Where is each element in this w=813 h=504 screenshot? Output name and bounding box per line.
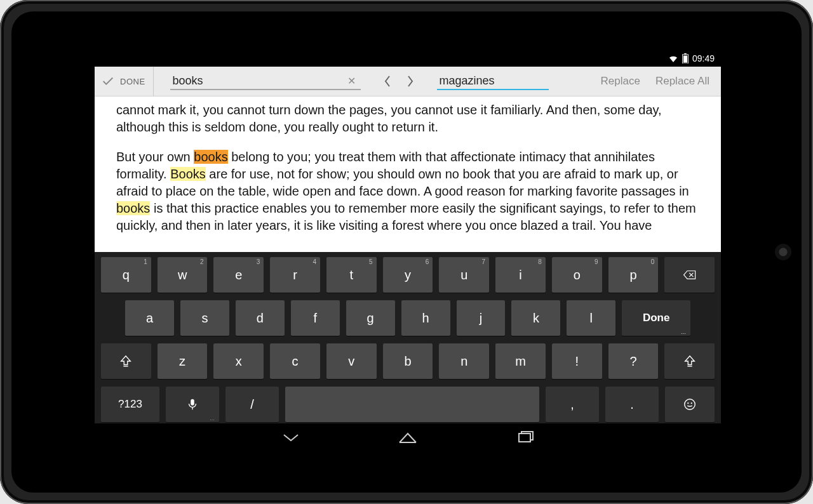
camera-dot — [775, 244, 791, 260]
home-icon — [397, 430, 419, 445]
search-match: Books — [170, 167, 206, 181]
shift-key-right[interactable] — [664, 343, 715, 379]
status-time: 09:49 — [692, 53, 715, 63]
key-v[interactable]: v — [326, 343, 377, 379]
recent-apps-icon — [514, 430, 535, 445]
key-j[interactable]: j — [457, 300, 506, 336]
search-match: books — [116, 201, 150, 215]
key-a[interactable]: a — [125, 300, 174, 336]
key-p[interactable]: 0p — [608, 257, 659, 293]
svg-rect-1 — [684, 53, 687, 55]
key-d[interactable]: d — [236, 300, 285, 336]
clear-icon[interactable]: ✕ — [345, 75, 358, 87]
home-button[interactable] — [397, 430, 419, 448]
shift-icon — [683, 354, 697, 368]
svg-rect-5 — [191, 399, 194, 406]
key-h[interactable]: h — [401, 300, 450, 336]
key-slash[interactable]: / — [225, 387, 279, 422]
wifi-icon — [668, 53, 678, 63]
shift-icon — [119, 354, 133, 368]
check-icon — [101, 74, 115, 88]
key-y[interactable]: 6y — [383, 257, 433, 293]
search-match-current: books — [194, 150, 227, 164]
backspace-icon — [683, 268, 697, 282]
key-l[interactable]: l — [567, 300, 615, 336]
smile-icon — [683, 397, 697, 411]
next-match-button[interactable] — [399, 70, 422, 93]
mic-key[interactable]: … — [166, 387, 219, 422]
key-period[interactable]: . — [605, 387, 659, 422]
replace-value: magazines — [440, 74, 495, 87]
svg-rect-2 — [683, 56, 687, 63]
keyboard-row-3: z x c v b n m ! ? — [101, 343, 715, 379]
done-key[interactable]: Done… — [622, 300, 690, 336]
tablet-bezel: 09:49 DONE books ✕ magazines — [0, 0, 813, 504]
svg-rect-3 — [124, 366, 128, 366]
key-t[interactable]: 5t — [326, 257, 377, 293]
svg-point-6 — [685, 399, 695, 410]
key-c[interactable]: c — [270, 343, 320, 379]
done-label: DONE — [120, 77, 145, 86]
chevron-left-icon — [384, 75, 391, 88]
mic-icon — [185, 397, 199, 411]
key-x[interactable]: x — [213, 343, 264, 379]
screen: 09:49 DONE books ✕ magazines — [95, 50, 721, 454]
svg-rect-4 — [687, 366, 692, 366]
key-m[interactable]: m — [495, 343, 546, 379]
keyboard-row-4: ?123 … / , . — [101, 387, 715, 422]
emoji-key[interactable] — [665, 387, 715, 422]
prev-match-button[interactable] — [376, 70, 399, 93]
key-comma[interactable]: , — [546, 387, 599, 422]
key-g[interactable]: g — [346, 300, 395, 336]
key-b[interactable]: b — [383, 343, 433, 379]
backspace-key[interactable] — [664, 257, 715, 293]
space-key[interactable] — [285, 387, 539, 422]
key-w[interactable]: 2w — [158, 257, 208, 293]
key-e[interactable]: 3e — [213, 257, 264, 293]
key-i[interactable]: 8i — [495, 257, 546, 293]
key-question[interactable]: ? — [608, 343, 659, 379]
key-r[interactable]: 4r — [270, 257, 320, 293]
hide-keyboard-button[interactable] — [280, 430, 302, 448]
symbols-key[interactable]: ?123 — [101, 387, 159, 422]
search-value: books — [173, 74, 203, 88]
key-k[interactable]: k — [511, 300, 560, 336]
key-exclaim[interactable]: ! — [552, 343, 602, 379]
replace-input[interactable]: magazines — [437, 73, 549, 90]
chevron-down-icon — [280, 430, 302, 445]
key-z[interactable]: z — [158, 343, 208, 379]
find-replace-toolbar: DONE books ✕ magazines Replace Replace A… — [95, 67, 721, 96]
search-input[interactable]: books ✕ — [170, 73, 361, 90]
svg-point-7 — [687, 402, 689, 404]
chevron-right-icon — [406, 75, 414, 88]
keyboard-row-1: 1q 2w 3e 4r 5t 6y 7u 8i 9o 0p — [101, 257, 715, 293]
key-q[interactable]: 1q — [101, 257, 151, 293]
keyboard-row-2: a s d f g h j k l Done… — [101, 300, 715, 336]
shift-key-left[interactable] — [101, 343, 151, 379]
svg-rect-9 — [519, 434, 530, 442]
battery-icon — [682, 53, 689, 63]
paragraph: But your own books belong to you; you tr… — [116, 149, 699, 234]
key-f[interactable]: f — [291, 300, 340, 336]
recent-apps-button[interactable] — [514, 430, 535, 448]
soft-keyboard: 1q 2w 3e 4r 5t 6y 7u 8i 9o 0p a s d f g — [95, 252, 721, 423]
key-u[interactable]: 7u — [439, 257, 489, 293]
key-n[interactable]: n — [439, 343, 489, 379]
paragraph: cannot mark it, you cannot turn down the… — [116, 102, 699, 136]
system-nav-bar — [95, 423, 721, 454]
done-button[interactable]: DONE — [101, 67, 154, 96]
svg-point-8 — [691, 402, 692, 404]
status-bar: 09:49 — [95, 50, 721, 67]
key-s[interactable]: s — [180, 300, 229, 336]
document-body[interactable]: cannot mark it, you cannot turn down the… — [95, 96, 721, 253]
replace-all-button[interactable]: Replace All — [650, 75, 715, 88]
key-o[interactable]: 9o — [552, 257, 602, 293]
replace-button[interactable]: Replace — [596, 75, 645, 88]
